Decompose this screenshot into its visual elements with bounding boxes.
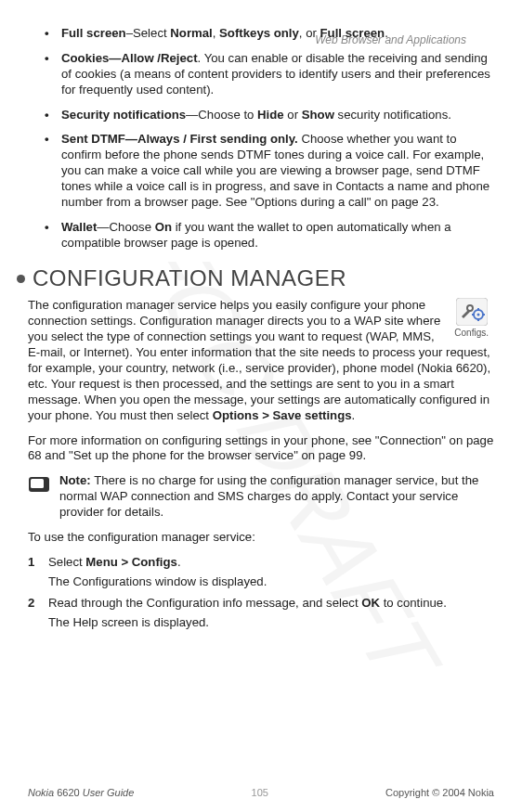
step-body: Select Menu > Configs. xyxy=(48,555,494,571)
footer-left: Nokia 6620 User Guide xyxy=(28,786,134,799)
step-1: 1 Select Menu > Configs. xyxy=(28,555,494,571)
step-number: 1 xyxy=(28,555,48,571)
step-2-sub: The Help screen is displayed. xyxy=(48,615,494,631)
bullet-wallet: Wallet—Choose On if you want the wallet … xyxy=(45,220,494,251)
config-manager-paragraph-2: For more information on configuring sett… xyxy=(28,433,494,465)
note-icon xyxy=(28,473,54,521)
steps-intro: To use the configuration manager service… xyxy=(28,530,494,546)
step-2: 2 Read through the Configuration info me… xyxy=(28,596,494,612)
configs-icon-label: Configs. xyxy=(454,328,489,338)
footer-copyright: Copyright © 2004 Nokia xyxy=(385,786,494,799)
bullet-dtmf: Sent DTMF—Always / First sending only. C… xyxy=(45,132,494,210)
svg-point-2 xyxy=(467,305,473,311)
note-text: Note: There is no charge for using the c… xyxy=(54,473,494,521)
bullet-full-screen: Full screen–Select Normal, Softkeys only… xyxy=(45,26,494,42)
step-body: Read through the Configuration info mess… xyxy=(48,596,494,612)
section-title: CONFIGURATION MANAGER xyxy=(33,264,346,293)
section-bullet-dot xyxy=(17,275,25,283)
page-footer: Nokia 6620 User Guide 105 Copyright © 20… xyxy=(28,786,494,799)
note-block: Note: There is no charge for using the c… xyxy=(28,473,494,521)
bullet-label: Wallet xyxy=(61,220,97,234)
svg-point-4 xyxy=(476,314,479,316)
config-manager-paragraph-1: The configuration manager service helps … xyxy=(28,298,494,423)
bullet-label: Full screen xyxy=(61,26,126,40)
configs-app-icon: Configs. xyxy=(454,298,489,340)
svg-rect-10 xyxy=(31,479,44,488)
footer-page-number: 105 xyxy=(252,786,268,799)
settings-bullet-list: Full screen–Select Normal, Softkeys only… xyxy=(45,26,494,251)
bullet-cookies: Cookies—Allow /Reject. You can enable or… xyxy=(45,51,494,98)
bullet-label: Cookies—Allow /Reject xyxy=(61,51,198,65)
bullet-label: Sent DTMF—Always / First sending only. xyxy=(61,132,298,146)
bullet-label: Security notifications xyxy=(61,108,186,122)
bullet-security: Security notifications—Choose to Hide or… xyxy=(45,108,494,123)
step-number: 2 xyxy=(28,596,48,612)
wrench-gear-icon xyxy=(456,298,488,326)
section-heading-row: CONFIGURATION MANAGER xyxy=(17,264,494,293)
step-1-sub: The Configurations window is displayed. xyxy=(48,574,494,590)
